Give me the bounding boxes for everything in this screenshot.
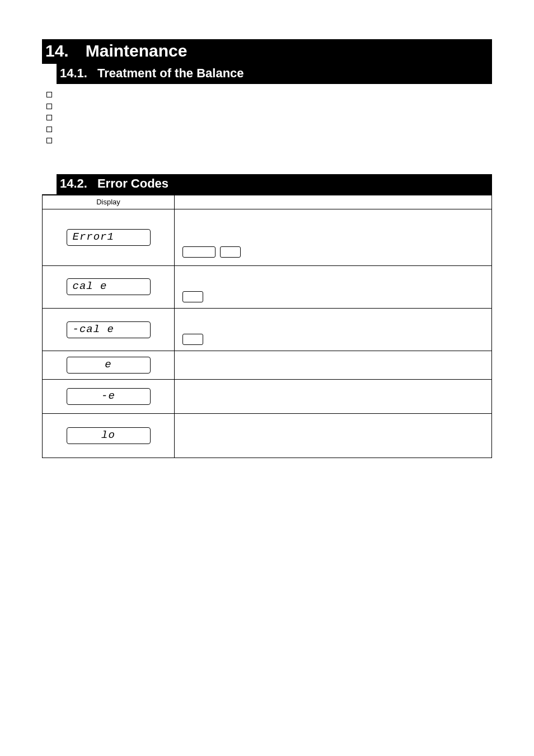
- bullet-square-icon: [46, 104, 52, 109]
- list-item: Do not disassemble the balance. Contact …: [46, 113, 492, 123]
- display-cell: cal e: [43, 266, 175, 308]
- description-text: Low Battery Error Batteries have exhaust…: [181, 426, 485, 446]
- description-text: Calibration Error The calibration weight…: [181, 314, 485, 334]
- key-onoff: ON/OFF: [182, 246, 216, 258]
- list-item-text: Do not use organic solvents to clean the…: [60, 101, 219, 111]
- list-item: Refer to "3.Precautions" before using th…: [46, 136, 492, 146]
- table-row: cal e Calibration Error The calibration …: [43, 265, 491, 308]
- lcd-display: cal e: [67, 278, 151, 295]
- lcd-display: e: [67, 357, 151, 374]
- heading-2b-number: 14.2.: [60, 176, 87, 191]
- list-item: Clean the balance with a soft dry cloth …: [46, 90, 492, 100]
- heading-2-b: 14.2. Error Codes: [57, 174, 492, 194]
- display-cell: -cal e: [43, 309, 175, 351]
- table-row: -cal e Calibration Error The calibration…: [43, 308, 491, 351]
- heading-2-a: 14.1. Treatment of the Balance: [57, 64, 492, 84]
- list-item-text: Refer to "3.Precautions" before using th…: [60, 136, 221, 146]
- heading-2a-number: 14.1.: [60, 66, 87, 81]
- table-row: e Overload Error A sample beyond the bal…: [43, 351, 491, 379]
- list-item-text: Use the original packing material for tr…: [60, 124, 224, 134]
- heading-1-number: 14.: [45, 41, 69, 60]
- description-cell: Low Battery Error Batteries have exhaust…: [175, 414, 491, 458]
- lcd-display: -cal e: [67, 321, 151, 338]
- list-item-text: Clean the balance with a soft dry cloth …: [60, 90, 394, 100]
- list-item: Do not use organic solvents to clean the…: [46, 101, 492, 111]
- display-cell: -e: [43, 380, 175, 413]
- list-item-text: Do not disassemble the balance. Contact …: [60, 113, 383, 123]
- heading-1-title: Maintenance: [86, 41, 188, 60]
- key-cal: CAL: [220, 246, 241, 258]
- bullet-square-icon: [46, 127, 52, 132]
- description-cell: Instability Error It's difficult to get …: [175, 209, 491, 265]
- key-cal: CAL: [182, 291, 203, 302]
- description-cell: Overload Error A sample beyond the balan…: [175, 351, 491, 379]
- lcd-display: lo: [67, 427, 151, 444]
- table-row: lo Low Battery Error Batteries have exha…: [43, 413, 491, 458]
- description-cell: Calibration Error The calibration weight…: [175, 309, 491, 351]
- treatment-bullet-list: Clean the balance with a soft dry cloth …: [46, 90, 492, 146]
- bullet-square-icon: [46, 138, 52, 143]
- page-number: 26: [42, 458, 492, 509]
- list-item: Use the original packing material for tr…: [46, 124, 492, 134]
- heading-2a-title: Treatment of the Balance: [97, 66, 244, 81]
- description-text: Calibration Error The calibration weight…: [181, 272, 485, 291]
- description-text: Weighing Pan Error Confirm that the weig…: [181, 387, 485, 407]
- key-cal: CAL: [182, 334, 203, 345]
- display-cell: Error1: [43, 209, 175, 265]
- lcd-display: Error1: [67, 229, 151, 246]
- description-cell: Calibration Error The calibration weight…: [175, 266, 491, 308]
- error-codes-table: Display Description Error1 Instability E…: [42, 194, 492, 459]
- display-cell: e: [43, 351, 175, 379]
- description-text: Instability Error It's difficult to get …: [181, 217, 485, 246]
- description-cell: Weighing Pan Error Confirm that the weig…: [175, 380, 491, 413]
- description-text: Overload Error A sample beyond the balan…: [181, 361, 485, 371]
- lcd-display: -e: [67, 388, 151, 405]
- table-header-display: Display: [43, 195, 175, 209]
- table-header-row: Display Description: [43, 195, 491, 209]
- bullet-square-icon: [46, 115, 52, 120]
- table-header-description: Description: [175, 195, 491, 209]
- table-row: Error1 Instability Error It's difficult …: [43, 209, 491, 265]
- heading-1: 14. Maintenance: [42, 39, 492, 64]
- table-row: -e Weighing Pan Error Confirm that the w…: [43, 379, 491, 413]
- bullet-square-icon: [46, 92, 52, 97]
- heading-2b-title: Error Codes: [97, 176, 168, 191]
- display-cell: lo: [43, 414, 175, 458]
